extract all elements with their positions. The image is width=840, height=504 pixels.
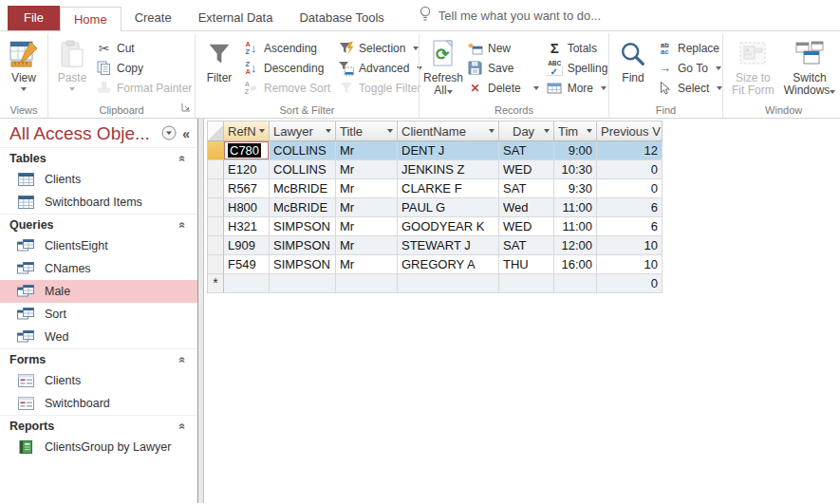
cell[interactable]: 9:00 — [554, 141, 597, 160]
save-record-button[interactable]: Save — [463, 58, 543, 78]
row-selector[interactable] — [208, 179, 224, 198]
cell[interactable]: Wed — [499, 198, 554, 217]
goto-button[interactable]: → Go To — [653, 58, 726, 78]
nav-section-queries[interactable]: Queries « — [0, 214, 197, 234]
cell[interactable]: GOODYEAR K — [398, 217, 499, 236]
cell[interactable]: 0 — [597, 274, 663, 293]
remove-sort-button[interactable]: AZ Remove Sort — [239, 78, 334, 98]
format-painter-button[interactable]: Format Painter — [92, 78, 196, 98]
cell[interactable]: THU — [499, 255, 554, 274]
cell[interactable]: DENT J — [398, 141, 499, 160]
cell[interactable]: E120 — [224, 160, 270, 179]
cell[interactable]: SIMPSON — [270, 255, 336, 274]
cell[interactable]: WED — [499, 217, 554, 236]
cell[interactable]: CLARKE F — [398, 179, 499, 198]
advanced-button[interactable]: Advanced — [334, 58, 426, 78]
cell[interactable] — [336, 274, 398, 293]
cell[interactable]: SAT — [499, 179, 554, 198]
tab-file[interactable]: File — [8, 6, 60, 30]
cell[interactable]: McBRIDE — [270, 179, 336, 198]
column-dropdown-icon[interactable] — [259, 129, 265, 133]
new-record-selector[interactable]: * — [208, 274, 224, 293]
paste-button[interactable]: Paste — [52, 35, 92, 94]
delete-record-button[interactable]: ✕ Delete — [463, 78, 543, 98]
column-header-lawyer[interactable]: Lawyer — [270, 121, 336, 141]
cell[interactable]: Mr — [336, 236, 398, 255]
find-button[interactable]: Find — [613, 35, 653, 87]
column-dropdown-icon[interactable] — [544, 129, 550, 133]
row-selector[interactable] — [208, 160, 224, 179]
cell[interactable]: SAT — [499, 236, 554, 255]
nav-item-form-clients[interactable]: Clients — [0, 369, 197, 392]
nav-section-forms[interactable]: Forms « — [0, 348, 197, 369]
spelling-button[interactable]: ABC✓ Spelling — [543, 58, 612, 78]
nav-item-query-sort[interactable]: Sort — [0, 303, 197, 326]
tab-create[interactable]: Create — [121, 6, 185, 30]
column-header-clientname[interactable]: ClientName — [398, 121, 499, 141]
view-button[interactable]: View — [4, 35, 44, 94]
cell[interactable]: COLLINS — [270, 160, 336, 179]
nav-item-form-switchboard[interactable]: Switchboard — [0, 392, 197, 415]
column-dropdown-icon[interactable] — [489, 129, 495, 133]
cell[interactable] — [554, 274, 597, 293]
select-all-corner[interactable] — [208, 121, 224, 141]
column-header-title[interactable]: Title — [336, 121, 398, 141]
cell[interactable]: H321 — [224, 217, 270, 236]
ascending-button[interactable]: AZ↓ Ascending — [239, 38, 334, 58]
nav-item-table-clients[interactable]: Clients — [0, 168, 197, 191]
nav-item-table-switchboard-items[interactable]: Switchboard Items — [0, 191, 197, 214]
select-button[interactable]: Select — [653, 78, 726, 98]
cell[interactable]: Mr — [336, 141, 398, 160]
cell[interactable]: SAT — [499, 141, 554, 160]
row-selector[interactable] — [208, 255, 224, 274]
cell[interactable]: GREGORY A — [398, 255, 499, 274]
cell[interactable]: 10:30 — [554, 160, 597, 179]
tab-database-tools[interactable]: Database Tools — [286, 6, 397, 30]
cell[interactable]: Mr — [336, 179, 398, 198]
cell[interactable]: 12 — [597, 141, 663, 160]
column-dropdown-icon[interactable] — [387, 129, 393, 133]
cell[interactable]: F549 — [224, 255, 270, 274]
cell[interactable]: Mr — [336, 160, 398, 179]
cell[interactable]: 0 — [597, 179, 663, 198]
cell[interactable] — [224, 274, 270, 293]
column-dropdown-icon[interactable] — [326, 129, 331, 133]
cell[interactable]: 10 — [597, 236, 663, 255]
tab-external-data[interactable]: External Data — [185, 6, 287, 30]
switch-windows-button[interactable]: SwitchWindows — [779, 35, 840, 100]
cell[interactable]: JENKINS Z — [398, 160, 499, 179]
nav-item-report-clientsgroup[interactable]: ClientsGroup by Lawyer — [0, 436, 197, 458]
size-to-fit-form-button[interactable]: Size toFit Form — [727, 35, 779, 100]
cell[interactable]: 10 — [597, 255, 663, 274]
cell[interactable]: 6 — [597, 217, 663, 236]
cell[interactable]: 6 — [597, 198, 663, 217]
row-selector-current[interactable] — [208, 141, 224, 160]
cell[interactable]: 11:00 — [554, 217, 597, 236]
cell[interactable]: 11:00 — [554, 198, 597, 217]
cell-ref-current[interactable]: C780 — [224, 141, 270, 160]
cell[interactable]: Mr — [336, 217, 398, 236]
cut-button[interactable]: ✂ Cut — [92, 38, 196, 58]
cell[interactable]: McBRIDE — [270, 198, 336, 217]
cell[interactable]: L909 — [224, 236, 270, 255]
tab-home[interactable]: Home — [60, 7, 121, 31]
column-header-previous[interactable]: Previous V — [597, 121, 663, 141]
nav-menu-dropdown-icon[interactable] — [161, 125, 177, 143]
navigation-pane-splitter[interactable] — [197, 119, 204, 503]
toggle-filter-button[interactable]: Toggle Filter — [334, 78, 426, 98]
cell[interactable]: SIMPSON — [270, 236, 336, 255]
nav-item-query-male[interactable]: Male — [0, 280, 197, 303]
cell[interactable]: 0 — [597, 160, 663, 179]
cell[interactable]: STEWART J — [398, 236, 499, 255]
tell-me-box[interactable]: Tell me what you want to do... — [419, 6, 601, 30]
nav-section-tables[interactable]: Tables « — [0, 147, 197, 168]
cell[interactable]: Mr — [336, 198, 398, 217]
copy-button[interactable]: Copy — [92, 58, 196, 78]
filter-button[interactable]: Filter — [199, 35, 239, 87]
nav-item-query-wed[interactable]: Wed — [0, 326, 197, 348]
refresh-all-button[interactable]: ⟳ RefreshAll — [423, 35, 463, 100]
nav-item-query-cnames[interactable]: CNames — [0, 257, 197, 280]
cell[interactable] — [270, 274, 336, 293]
more-button[interactable]: More — [543, 78, 612, 98]
cell[interactable]: SIMPSON — [270, 217, 336, 236]
